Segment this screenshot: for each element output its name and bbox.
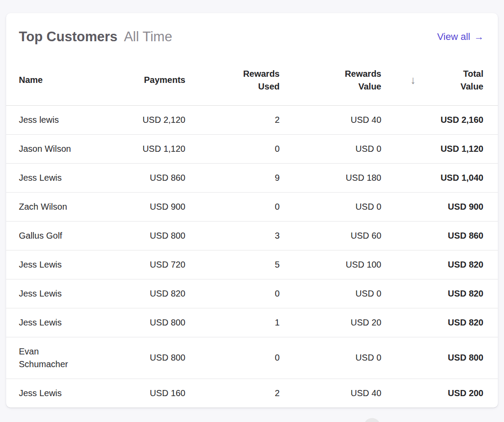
next-page-button[interactable] xyxy=(473,418,490,422)
page-button-5[interactable]: 5 xyxy=(451,418,468,422)
total-value-cell: USD 860 xyxy=(381,221,498,250)
name-cell: Gallus Golf xyxy=(6,221,105,250)
rewards-value-cell: USD 0 xyxy=(280,192,381,221)
rewards-used-cell: 1 xyxy=(185,308,280,337)
column-header-name[interactable]: Name xyxy=(6,56,105,106)
rewards-used-cell: 3 xyxy=(185,221,280,250)
name-cell: Jason Wilson xyxy=(6,134,105,163)
pagination-bar: Rows per page: 10 1-10 of 42 12345 xyxy=(0,408,504,422)
total-value-cell: USD 2,160 xyxy=(381,105,498,134)
rewards-value-cell: USD 20 xyxy=(280,308,381,337)
name-cell: Jess Lewis xyxy=(6,250,105,279)
payments-cell: USD 2,120 xyxy=(105,105,185,134)
column-header-total-value[interactable]: ↓ Total Value xyxy=(381,56,498,106)
payments-cell: USD 720 xyxy=(105,250,185,279)
total-value-cell: USD 820 xyxy=(381,308,498,337)
table-row: Zach WilsonUSD 9000USD 0USD 900 xyxy=(6,192,498,221)
rewards-value-cell: USD 40 xyxy=(280,105,381,134)
name-cell: Jess Lewis xyxy=(6,308,105,337)
top-customers-table: Name Payments Rewards Used Rewards Value… xyxy=(6,56,498,408)
rewards-value-cell: USD 40 xyxy=(280,379,381,408)
rewards-value-cell: USD 0 xyxy=(280,134,381,163)
page-button-3[interactable]: 3 xyxy=(408,418,424,422)
previous-page-button[interactable] xyxy=(342,418,358,422)
page-button-2[interactable]: 2 xyxy=(386,418,402,422)
column-header-payments[interactable]: Payments xyxy=(105,56,185,106)
table-body: Jess lewisUSD 2,1202USD 40USD 2,160Jason… xyxy=(6,105,498,408)
top-customers-card: Top Customers All Time View all → Name P… xyxy=(6,13,498,408)
payments-cell: USD 860 xyxy=(105,163,185,192)
rewards-used-cell: 0 xyxy=(185,192,280,221)
table-row: Gallus GolfUSD 8003USD 60USD 860 xyxy=(6,221,498,250)
page-number-buttons: 12345 xyxy=(364,418,468,422)
sort-descending-icon[interactable]: ↓ xyxy=(410,75,416,86)
table-row: Evan SchumacherUSD 8000USD 0USD 800 xyxy=(6,337,498,379)
payments-cell: USD 1,120 xyxy=(105,134,185,163)
column-header-label: Rewards Value xyxy=(341,68,381,93)
table-row: Jess LewisUSD 8200USD 0USD 820 xyxy=(6,279,498,308)
rewards-value-cell: USD 60 xyxy=(280,221,381,250)
table-row: Jess lewisUSD 2,1202USD 40USD 2,160 xyxy=(6,105,498,134)
column-header-label: Rewards Used xyxy=(239,68,280,93)
payments-cell: USD 820 xyxy=(105,279,185,308)
payments-cell: USD 800 xyxy=(105,337,185,379)
view-all-label: View all xyxy=(437,31,470,43)
rewards-used-cell: 2 xyxy=(185,379,280,408)
total-value-cell: USD 820 xyxy=(381,250,498,279)
table-row: Jason WilsonUSD 1,1200USD 0USD 1,120 xyxy=(6,134,498,163)
name-cell: Jess Lewis xyxy=(6,279,105,308)
total-value-cell: USD 820 xyxy=(381,279,498,308)
page-title: Top Customers All Time xyxy=(19,29,172,45)
payments-cell: USD 900 xyxy=(105,192,185,221)
rewards-used-cell: 0 xyxy=(185,337,280,379)
column-header-label: Payments xyxy=(144,74,186,86)
table-header-row: Name Payments Rewards Used Rewards Value… xyxy=(6,56,498,106)
total-value-cell: USD 1,120 xyxy=(381,134,498,163)
total-value-cell: USD 1,040 xyxy=(381,163,498,192)
column-header-label: Total Value xyxy=(455,68,483,93)
payments-cell: USD 800 xyxy=(105,221,185,250)
table-row: Jess LewisUSD 8001USD 20USD 820 xyxy=(6,308,498,337)
rewards-used-cell: 2 xyxy=(185,105,280,134)
column-header-rewards-value[interactable]: Rewards Value xyxy=(280,56,381,106)
name-cell: Jess lewis xyxy=(6,105,105,134)
name-cell: Jess Lewis xyxy=(6,379,105,408)
pager: 12345 xyxy=(342,418,490,422)
card-title-main: Top Customers xyxy=(19,29,117,44)
table-row: Jess LewisUSD 7205USD 100USD 820 xyxy=(6,250,498,279)
payments-cell: USD 800 xyxy=(105,308,185,337)
view-all-link[interactable]: View all → xyxy=(437,31,484,43)
card-title-period: All Time xyxy=(124,29,172,44)
rewards-value-cell: USD 0 xyxy=(280,337,381,379)
rewards-used-cell: 5 xyxy=(185,250,280,279)
arrow-right-icon: → xyxy=(474,31,484,43)
rewards-value-cell: USD 100 xyxy=(280,250,381,279)
rewards-value-cell: USD 0 xyxy=(280,279,381,308)
rewards-used-cell: 9 xyxy=(185,163,280,192)
name-cell: Evan Schumacher xyxy=(6,337,105,379)
total-value-cell: USD 200 xyxy=(381,379,498,408)
rewards-value-cell: USD 180 xyxy=(280,163,381,192)
payments-cell: USD 160 xyxy=(105,379,185,408)
table-row: Jess LewisUSD 1602USD 40USD 200 xyxy=(6,379,498,408)
table-row: Jess LewisUSD 8609USD 180USD 1,040 xyxy=(6,163,498,192)
name-cell: Zach Wilson xyxy=(6,192,105,221)
total-value-cell: USD 900 xyxy=(381,192,498,221)
column-header-rewards-used[interactable]: Rewards Used xyxy=(185,56,280,106)
name-cell: Jess Lewis xyxy=(6,163,105,192)
card-header: Top Customers All Time View all → xyxy=(6,13,498,56)
page-button-4[interactable]: 4 xyxy=(429,418,446,422)
total-value-cell: USD 800 xyxy=(381,337,498,379)
page-button-1[interactable]: 1 xyxy=(364,418,380,422)
column-header-label: Name xyxy=(19,74,43,86)
rewards-used-cell: 0 xyxy=(185,134,280,163)
rewards-used-cell: 0 xyxy=(185,279,280,308)
